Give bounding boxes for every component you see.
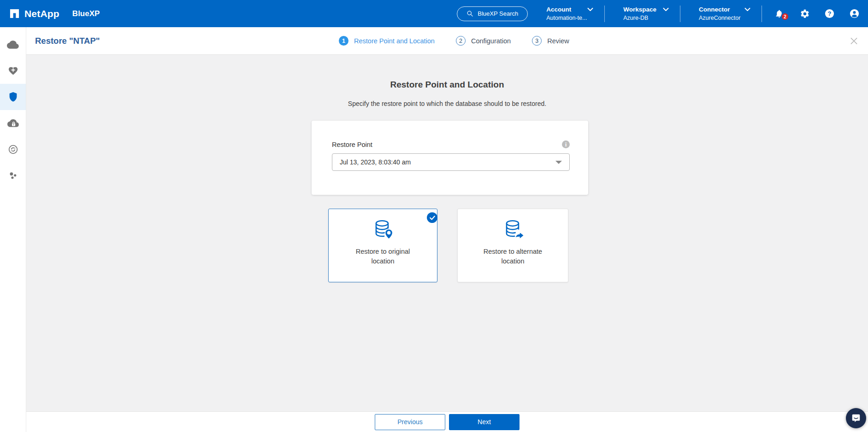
account-value: Automation-te... bbox=[546, 15, 593, 21]
wizard-header: Restore "NTAP" 1 Restore Point and Locat… bbox=[26, 27, 868, 55]
help-button[interactable]: ? bbox=[824, 8, 835, 19]
option-restore-alternate-location[interactable]: Restore to alternate location bbox=[457, 209, 568, 282]
option-label: Restore to alternate location bbox=[476, 247, 550, 266]
sidebar-item-sync[interactable] bbox=[0, 136, 26, 163]
step-number: 3 bbox=[532, 36, 542, 46]
notifications-button[interactable]: 2 bbox=[774, 9, 784, 18]
next-button[interactable]: Next bbox=[449, 414, 520, 430]
account-menu[interactable]: Account Automation-te... bbox=[546, 6, 593, 21]
chevron-down-icon bbox=[738, 8, 750, 12]
top-bar: NetApp BlueXP BlueXP Search Account Auto… bbox=[0, 0, 868, 27]
netapp-mark-icon bbox=[9, 8, 20, 19]
step-label: Restore Point and Location bbox=[354, 37, 435, 45]
user-avatar-icon bbox=[849, 8, 860, 19]
step-number: 2 bbox=[456, 36, 466, 46]
cloud-icon bbox=[7, 39, 19, 51]
caret-down-icon bbox=[555, 161, 562, 164]
workspace-label: Workspace bbox=[623, 6, 656, 13]
wizard-footer: Previous Next bbox=[26, 411, 868, 432]
search-icon bbox=[466, 10, 473, 17]
brand-name: NetApp bbox=[24, 8, 59, 19]
topbar-divider bbox=[604, 6, 605, 22]
svg-text:?: ? bbox=[828, 10, 832, 17]
step-restore-point-and-location[interactable]: 1 Restore Point and Location bbox=[339, 36, 435, 46]
notification-badge: 2 bbox=[781, 12, 789, 21]
chevron-down-icon bbox=[656, 8, 669, 12]
wizard-title: Restore "NTAP" bbox=[35, 36, 100, 46]
restore-point-label: Restore Point bbox=[332, 141, 372, 148]
product-name: BlueXP bbox=[72, 9, 100, 18]
topbar-divider bbox=[680, 6, 680, 22]
help-icon: ? bbox=[824, 8, 835, 19]
sidebar-item-health[interactable] bbox=[0, 58, 26, 84]
connector-value: AzureConnector bbox=[699, 15, 750, 21]
database-arrow-icon bbox=[502, 218, 525, 242]
restore-point-select[interactable]: Jul 13, 2023, 8:03:40 am bbox=[332, 153, 570, 171]
settings-gear-icon bbox=[800, 9, 810, 19]
chat-launcher-button[interactable] bbox=[846, 408, 866, 428]
search-label: BlueXP Search bbox=[478, 10, 518, 17]
heart-plus-icon bbox=[8, 65, 18, 76]
chat-bubble-icon bbox=[851, 413, 861, 423]
connector-menu[interactable]: Connector AzureConnector bbox=[699, 6, 750, 21]
workspace-value: Azure-DB bbox=[623, 15, 669, 21]
selected-check-icon bbox=[427, 212, 437, 223]
step-configuration[interactable]: 2 Configuration bbox=[456, 36, 511, 46]
step-review[interactable]: 3 Review bbox=[532, 36, 569, 46]
settings-button[interactable] bbox=[800, 9, 810, 19]
wizard-steps: 1 Restore Point and Location 2 Configura… bbox=[339, 27, 569, 54]
option-restore-original-location[interactable]: Restore to original location bbox=[328, 209, 437, 282]
cluster-dots-icon bbox=[8, 170, 18, 181]
wizard-body: Restore Point and Location Specify the r… bbox=[26, 55, 868, 411]
page-subtitle: Specify the restore point to which the d… bbox=[26, 100, 868, 107]
step-label: Review bbox=[547, 37, 569, 45]
info-icon[interactable]: i bbox=[562, 140, 570, 148]
bluexp-search[interactable]: BlueXP Search bbox=[457, 6, 528, 21]
left-nav-sidebar bbox=[0, 27, 26, 432]
workspace-menu[interactable]: Workspace Azure-DB bbox=[623, 6, 669, 21]
page-title: Restore Point and Location bbox=[26, 80, 868, 90]
user-menu-button[interactable] bbox=[849, 8, 860, 19]
netapp-logo[interactable]: NetApp bbox=[9, 8, 59, 19]
shield-icon bbox=[8, 92, 18, 102]
sidebar-item-storage[interactable] bbox=[0, 31, 26, 58]
chevron-down-icon bbox=[581, 8, 593, 12]
restore-point-card: Restore Point i Jul 13, 2023, 8:03:40 am bbox=[312, 121, 588, 195]
connector-label: Connector bbox=[699, 6, 730, 13]
sidebar-item-extensions[interactable] bbox=[0, 163, 26, 189]
topbar-divider bbox=[762, 6, 762, 22]
step-label: Configuration bbox=[471, 37, 511, 45]
account-label: Account bbox=[546, 6, 571, 13]
sidebar-item-protection[interactable] bbox=[0, 84, 26, 110]
close-icon[interactable] bbox=[850, 37, 858, 45]
restore-point-value: Jul 13, 2023, 8:03:40 am bbox=[340, 158, 411, 166]
database-pin-icon bbox=[372, 218, 395, 242]
option-label: Restore to original location bbox=[346, 247, 420, 266]
previous-button[interactable]: Previous bbox=[375, 414, 445, 430]
sync-circle-icon bbox=[8, 144, 18, 155]
sidebar-item-ransomware-protection[interactable] bbox=[0, 110, 26, 136]
step-number: 1 bbox=[339, 36, 348, 46]
cloud-lock-icon bbox=[7, 117, 19, 129]
